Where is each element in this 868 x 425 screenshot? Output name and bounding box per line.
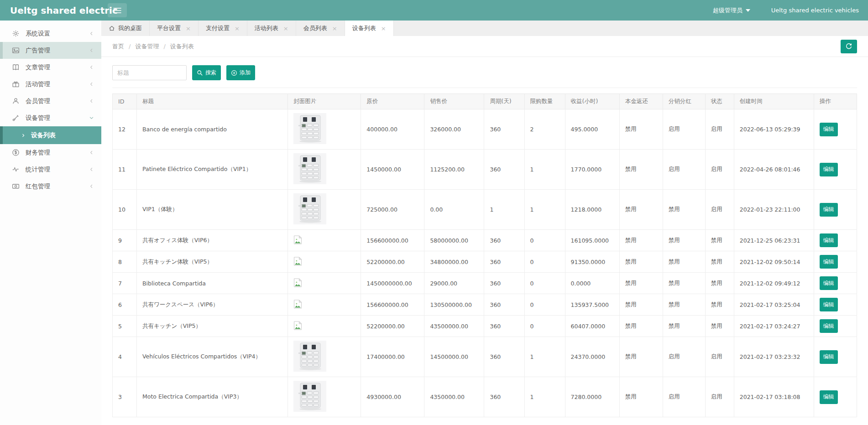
cell-cover-image [288,230,361,251]
close-icon[interactable]: × [235,25,240,32]
add-button[interactable]: 添加 [226,65,255,80]
gift-icon [12,80,20,88]
cell-actions: 编辑 [814,150,857,190]
cell-id: 9 [113,230,137,251]
cell-title: 共有オフィス体験（VIP6） [137,230,288,251]
col-id: ID [113,94,137,109]
cell-actions: 编辑 [814,251,857,273]
tab-label: 会员列表 [303,24,327,32]
cell-cover-image [288,251,361,273]
cell-id: 6 [113,294,137,316]
cell-id: 5 [113,316,137,337]
table-row: 9 共有オフィス体験（VIP6） 156600000.00 58000000.0… [113,230,857,251]
main-area: 我的桌面 平台设置 × 支付设置 × 活动列表 × 会员列表 × 设备列表 × … [101,21,868,425]
tab-activity-list[interactable]: 活动列表 × [247,21,296,36]
sidebar-toggle-button[interactable] [108,3,127,17]
cell-actions: 编辑 [814,230,857,251]
image-icon [12,47,20,54]
edit-button[interactable]: 编辑 [820,255,838,269]
cell-created-time: 2021-02-17 03:23:32 [734,337,814,377]
broken-image-icon [293,235,302,244]
hamburger-icon [113,7,121,14]
cell-id: 3 [113,377,137,417]
cell-actions: 编辑 [814,190,857,230]
col-actions: 操作 [814,94,857,109]
edit-button[interactable]: 编辑 [820,203,838,217]
cell-purchase-limit: 0 [524,316,565,337]
tab-my-desktop[interactable]: 我的桌面 [101,21,150,36]
sidebar-item-article-management[interactable]: 文章管理 [0,59,101,76]
tab-payment-settings[interactable]: 支付设置 × [199,21,247,36]
cell-id: 12 [113,109,137,150]
admin-role-dropdown[interactable]: 超级管理员 [713,6,750,15]
tab-label: 我的桌面 [118,24,142,32]
cell-created-time: 2021-12-25 06:23:31 [734,230,814,251]
table-row: 12 Banco de energía compartido 400000.00… [113,109,857,150]
cell-title: 共有キッチン体験（VIP5） [137,251,288,273]
col-distribution-dividend: 分销分红 [663,94,705,109]
cell-actions: 编辑 [814,316,857,337]
sidebar-item-statistics-management[interactable]: 统计管理 [0,161,101,178]
sidebar-item-system-settings[interactable]: 系统设置 [0,25,101,42]
cell-title: Banco de energía compartido [137,109,288,150]
edit-button[interactable]: 编辑 [820,319,838,333]
sidebar-item-redpacket-management[interactable]: 红包管理 [0,178,101,195]
close-icon[interactable]: × [283,25,288,32]
edit-button[interactable]: 编辑 [820,350,838,364]
cell-created-time: 2022-06-13 05:29:39 [734,109,814,150]
chevron-left-icon [89,65,94,70]
table-row: 7 Biblioteca Compartida 1450000000.00 29… [113,273,857,294]
search-input[interactable] [112,65,187,80]
cell-actions: 编辑 [814,337,857,377]
broken-image-icon [293,300,302,309]
cell-status: 禁用 [705,251,734,273]
cell-created-time: 2021-02-17 03:18:08 [734,377,814,417]
sidebar-item-ad-management[interactable]: 广告管理 [0,42,101,59]
search-button[interactable]: 搜索 [192,65,221,80]
close-icon[interactable]: × [186,25,191,32]
cell-cycle-days: 360 [484,251,524,273]
sidebar-item-member-management[interactable]: 会员管理 [0,93,101,109]
refresh-button[interactable] [841,40,857,53]
cell-principal-return: 禁用 [619,294,663,316]
breadcrumb-device-management[interactable]: 设备管理 [135,42,159,51]
sidebar-subitem-device-list[interactable]: 设备列表 [0,126,101,144]
sidebar-item-device-management[interactable]: 设备管理 [0,109,101,126]
add-button-label: 添加 [240,69,251,77]
cell-principal-return: 禁用 [619,251,663,273]
cell-income-hour: 135937.5000 [565,294,619,316]
cell-principal-return: 禁用 [619,337,663,377]
edit-button[interactable]: 编辑 [820,233,838,247]
cell-cycle-days: 360 [484,109,524,150]
cell-income-hour: 495.0000 [565,109,619,150]
cell-income-hour: 91350.0000 [565,251,619,273]
sidebar-item-label: 财务管理 [26,149,50,157]
breadcrumb-band: 首页 / 设备管理 / 设备列表 [101,36,868,57]
close-icon[interactable]: × [332,25,337,32]
cell-created-time: 2022-04-26 08:01:46 [734,150,814,190]
tab-label: 活动列表 [255,24,278,32]
cell-status: 禁用 [705,294,734,316]
sidebar-item-finance-management[interactable]: 财务管理 [0,144,101,161]
sidebar-item-activity-management[interactable]: 活动管理 [0,76,101,93]
cell-purchase-limit: 2 [524,109,565,150]
edit-button[interactable]: 编辑 [820,390,838,404]
cell-distribution-dividend: 禁用 [663,316,705,337]
edit-button[interactable]: 编辑 [820,163,838,176]
tab-device-list[interactable]: 设备列表 × [345,21,394,36]
table-row: 8 共有キッチン体験（VIP5） 52200000.00 34800000.00… [113,251,857,273]
cell-created-time: 2021-12-02 09:49:12 [734,273,814,294]
edit-button[interactable]: 编辑 [820,276,838,290]
cell-original-price: 52200000.00 [361,251,424,273]
col-purchase-limit: 限购数量 [524,94,565,109]
refresh-icon [845,43,852,50]
edit-button[interactable]: 编辑 [820,123,838,136]
tab-platform-settings[interactable]: 平台设置 × [150,21,199,36]
col-sale-price: 销售价 [424,94,484,109]
close-icon[interactable]: × [381,25,386,32]
cell-cycle-days: 360 [484,230,524,251]
edit-button[interactable]: 编辑 [820,298,838,311]
tab-member-list[interactable]: 会员列表 × [296,21,345,36]
breadcrumb-home[interactable]: 首页 [112,42,124,51]
cell-title: Moto Electrica Compartida（VIP3） [137,377,288,417]
